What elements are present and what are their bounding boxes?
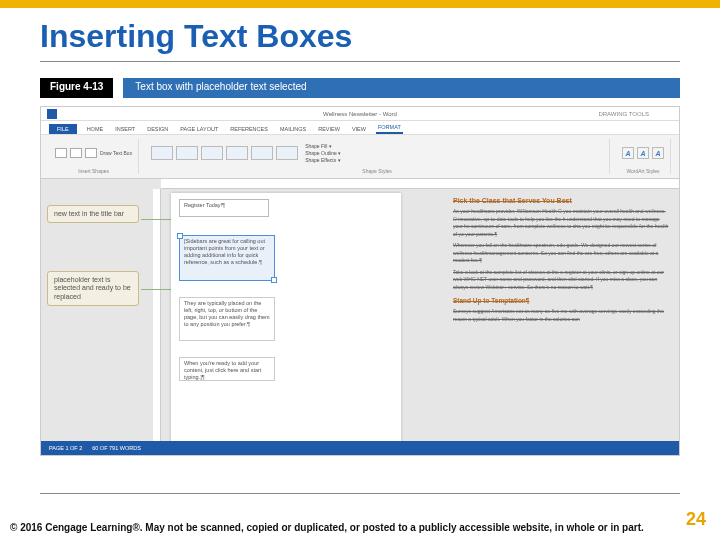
style-swatch[interactable] <box>276 146 298 160</box>
status-words: 60 OF 791 WORDS <box>92 445 141 451</box>
style-swatch[interactable] <box>176 146 198 160</box>
wordart-swatch[interactable]: A <box>652 147 664 159</box>
tab-home[interactable]: HOME <box>85 124 106 134</box>
ribbon: Draw Text Box Insert Shapes Shape Fill ▾… <box>41 135 679 179</box>
body-p1: As your healthcare provider, Williamson … <box>449 206 679 240</box>
text-box-middle[interactable]: They are typically placed on the left, r… <box>179 297 275 341</box>
callout-placeholder: placeholder text is selected and ready t… <box>47 271 139 306</box>
figure-spacer <box>113 78 123 98</box>
accent-bar <box>0 0 720 8</box>
figure-title: Text box with placeholder text selected <box>123 78 680 98</box>
figure: Figure 4-13 Text box with placeholder te… <box>40 78 680 456</box>
style-swatch[interactable] <box>226 146 248 160</box>
style-swatch[interactable] <box>251 146 273 160</box>
contextual-tab-label: DRAWING TOOLS <box>598 111 649 117</box>
tab-mailings[interactable]: MAILINGS <box>278 124 308 134</box>
body-p3: Take a look at the complete list of clas… <box>449 267 679 294</box>
tab-review[interactable]: REVIEW <box>316 124 342 134</box>
tab-insert[interactable]: INSERT <box>113 124 137 134</box>
footer-rule <box>40 493 680 494</box>
style-swatch[interactable] <box>201 146 223 160</box>
body-heading: Pick the Class that Serves You Best <box>449 193 679 206</box>
body-p2: Wherever you fall on the healthcare spec… <box>449 240 679 267</box>
group-insert-shapes: Draw Text Box Insert Shapes <box>49 139 139 174</box>
callout-title-bar: new text in the title bar <box>47 205 139 223</box>
shape-outline-button[interactable]: Shape Outline ▾ <box>305 150 341 156</box>
group-label-shape-styles: Shape Styles <box>151 168 603 174</box>
status-page: PAGE 1 OF 2 <box>49 445 82 451</box>
page: Register Today!¶ [Sidebars are great for… <box>171 193 401 441</box>
horizontal-ruler <box>161 179 679 189</box>
wordart-swatch[interactable]: A <box>637 147 649 159</box>
figure-number: Figure 4-13 <box>40 78 113 98</box>
figure-caption-bar: Figure 4-13 Text box with placeholder te… <box>40 78 680 98</box>
tab-view[interactable]: VIEW <box>350 124 368 134</box>
shape-fill-button[interactable]: Shape Fill ▾ <box>305 143 341 149</box>
text-box-title[interactable]: Register Today!¶ <box>179 199 269 217</box>
body-p4: Surveys suggest Americans eat as many as… <box>449 306 679 325</box>
group-wordart-styles: A A A WordArt Styles <box>616 139 671 174</box>
word-app-icon <box>47 109 57 119</box>
tab-references[interactable]: REFERENCES <box>228 124 270 134</box>
document-canvas: new text in the title bar placeholder te… <box>41 179 679 441</box>
draw-text-box-button[interactable]: Draw Text Box <box>100 150 132 156</box>
tab-page-layout[interactable]: PAGE LAYOUT <box>178 124 220 134</box>
shape-swatch[interactable] <box>70 148 82 158</box>
body-subheading: Stand Up to Temptation¶ <box>449 293 679 306</box>
group-label-wordart: WordArt Styles <box>622 168 664 174</box>
slide-title: Inserting Text Boxes <box>0 8 720 61</box>
slide-number: 24 <box>686 509 706 530</box>
group-shape-styles: Shape Fill ▾ Shape Outline ▾ Shape Effec… <box>145 139 610 174</box>
shape-swatch[interactable] <box>55 148 67 158</box>
style-swatch[interactable] <box>151 146 173 160</box>
group-label-insert-shapes: Insert Shapes <box>55 168 132 174</box>
shape-effects-button[interactable]: Shape Effects ▾ <box>305 157 341 163</box>
tab-format[interactable]: FORMAT <box>376 122 403 134</box>
tab-file[interactable]: FILE <box>49 124 77 134</box>
body-column: Pick the Class that Serves You Best As y… <box>449 193 679 441</box>
wordart-swatch[interactable]: A <box>622 147 634 159</box>
title-underline <box>40 61 680 62</box>
window-title: Wellness Newsletter - Word <box>323 111 397 117</box>
word-titlebar: Wellness Newsletter - Word DRAWING TOOLS <box>41 107 679 121</box>
text-box-selected[interactable]: [Sidebars are great for calling out impo… <box>179 235 275 281</box>
tab-design[interactable]: DESIGN <box>145 124 170 134</box>
ribbon-tabs: FILE HOME INSERT DESIGN PAGE LAYOUT REFE… <box>41 121 679 135</box>
vertical-ruler <box>153 189 161 441</box>
word-screenshot: Wellness Newsletter - Word DRAWING TOOLS… <box>40 106 680 456</box>
shape-swatch[interactable] <box>85 148 97 158</box>
copyright-footer: © 2016 Cengage Learning®. May not be sca… <box>10 522 660 535</box>
text-box-lower[interactable]: When you're ready to add your content, j… <box>179 357 275 381</box>
word-status-bar: PAGE 1 OF 2 60 OF 791 WORDS <box>41 441 679 455</box>
